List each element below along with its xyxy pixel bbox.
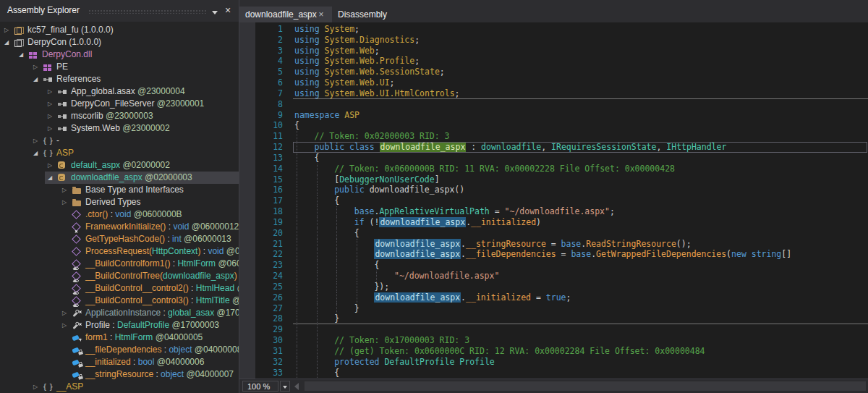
tree-row[interactable]: ▷{ }__ASP [0,381,239,393]
code-text: { [283,228,359,239]
tree-row[interactable]: ▷default_aspx @02000002 [0,159,239,172]
code-line[interactable]: 15[DebuggerNonUserCode] [255,174,868,185]
tree-row[interactable]: __initialized : bool @04000006 [0,356,239,368]
tree-row[interactable]: ▷Profile : DefaultProfile @17000003 [0,319,239,331]
code-line[interactable]: 33{ [255,368,868,379]
code-line[interactable]: 27} [255,303,868,314]
expander-expanded-icon[interactable]: ◢ [33,147,38,159]
expander-collapsed-icon[interactable]: ▷ [62,196,67,208]
tree-row[interactable]: ▷DerpyCon_FileServer @23000001 [0,98,239,110]
code-line[interactable]: 7using System.Web.UI.HtmlControls; [255,88,868,99]
expander-collapsed-icon[interactable]: ▷ [48,98,52,110]
code-line[interactable]: 28} [255,313,868,324]
tree-row[interactable]: ▷PE [0,61,239,73]
expander-expanded-icon[interactable]: ◢ [4,36,9,48]
tab-disassembly[interactable]: Disassembly [332,7,393,22]
scroll-left-arrow-icon[interactable] [294,383,299,390]
code-line[interactable]: 8 [255,99,868,110]
code-line[interactable]: 20{ [255,228,868,239]
code-line[interactable]: 16public downloadfile_aspx() [255,185,868,195]
tree-item-label: form1 : HtmlForm @04000005 [0,332,203,342]
tree-row[interactable]: GetTypeHashCode() : int @06000013 [0,233,239,245]
expander-collapsed-icon[interactable]: ▷ [33,61,38,73]
expander-collapsed-icon[interactable]: ▷ [62,184,67,196]
zoom-dropdown-icon[interactable] [280,381,290,392]
code-line[interactable]: 5using System.Web.SessionState; [255,67,868,77]
code-line[interactable]: 29 [255,324,868,335]
tree-row[interactable]: form1 : HtmlForm @04000005 [0,331,239,344]
code-line[interactable]: 31// (get) Token: 0x0600000C RID: 12 RVA… [255,346,868,357]
expander-collapsed-icon[interactable]: ▷ [33,135,38,147]
indent-guide [317,185,318,195]
code-line[interactable]: 10{ [255,120,868,131]
tab-close-icon[interactable]: × [316,7,326,22]
tab-downloadfile-aspx[interactable]: downloadfile_aspx × [239,7,332,22]
expander-collapsed-icon[interactable]: ▷ [4,24,9,36]
code-line[interactable]: 2using System.Diagnostics; [255,35,868,46]
expander-collapsed-icon[interactable]: ▷ [48,110,52,122]
code-line[interactable]: 3using System.Web; [255,46,868,56]
expander-expanded-icon[interactable]: ◢ [19,48,23,61]
tree-row[interactable]: ▷kc57_final_fu (1.0.0.0) [0,24,239,36]
tree-row[interactable]: __BuildControlTree(downloadfile_aspx) : [0,270,239,282]
tree-row[interactable]: FrameworkInitialize() : void @06000012 [0,221,239,233]
expander-collapsed-icon[interactable]: ▷ [48,159,52,172]
code-editor[interactable]: 1using System;2using System.Diagnostics;… [239,22,868,379]
code-line[interactable]: 6using System.Web.UI; [255,77,868,88]
tree-row[interactable]: __BuildControl__control2() : HtmlHead @ [0,282,239,295]
code-line[interactable]: 24"~/downloadfile.aspx" [255,271,868,282]
code-line[interactable]: 4using System.Web.Profile; [255,56,868,67]
tree-row[interactable]: ◢References [0,73,239,85]
code-line[interactable]: 25}); [255,282,868,292]
tree-row[interactable]: __BuildControl__control3() : HtmlTitle @ [0,295,239,307]
indent-guide [297,185,297,195]
tree-row[interactable]: ◢DerpyCon.dll [0,48,239,61]
expander-collapsed-icon[interactable]: ▷ [48,122,52,135]
horizontal-scrollbar-thumb[interactable] [305,381,866,391]
code-line[interactable]: 17{ [255,195,868,206]
tree-row[interactable]: .ctor() : void @0600000B [0,208,239,221]
tree-item-label: DerpyCon_FileServer @23000001 [0,98,204,109]
panel-menu-dropdown-icon[interactable] [210,7,220,17]
code-line[interactable]: 21downloadfile_aspx.__stringResource = b… [255,239,868,250]
zoom-level-combo[interactable]: 100 % [242,381,278,392]
symbol-highlight: downloadfile_aspx [379,217,466,227]
drag-grip-dots[interactable] [88,9,207,14]
tree-row[interactable]: ◢{ }ASP [0,147,239,159]
tree-row[interactable]: ▷Base Type and Interfaces [0,184,239,196]
tree-row[interactable]: __fileDependencies : object @04000008 [0,344,239,356]
code-line[interactable]: 30// Token: 0x17000003 RID: 3 [255,335,868,346]
expander-collapsed-icon[interactable]: ▷ [48,85,52,98]
tree-row[interactable]: ▷Derived Types [0,196,239,208]
tree-row[interactable]: __stringResource : object @04000007 [0,368,239,381]
breakpoint-gutter[interactable] [239,22,255,379]
close-panel-icon[interactable]: × [222,4,234,16]
tree-row[interactable]: ProcessRequest(HttpContext) : void @06 [0,245,239,258]
code-line[interactable]: 1using System; [255,24,868,35]
code-line[interactable]: 18base.AppRelativeVirtualPath = "~/downl… [255,206,868,217]
tree-row[interactable]: ▷ApplicationInstance : global_asax @1700 [0,307,239,319]
tree-row[interactable]: ◢downloadfile_aspx @02000003 [0,172,239,184]
tree-row[interactable]: __BuildControlform1() : HtmlForm @060 [0,258,239,270]
code-line[interactable]: 12public class downloadfile_aspx : downl… [255,142,868,153]
tree-row[interactable]: ▷App_global.asax @23000004 [0,85,239,98]
code-line[interactable]: 19if (!downloadfile_aspx.__initialized) [255,217,868,228]
code-line[interactable]: 11// Token: 0x02000003 RID: 3 [255,131,868,142]
expander-collapsed-icon[interactable]: ▷ [62,319,67,331]
tree-row[interactable]: ▷System.Web @23000002 [0,122,239,135]
code-line[interactable]: 26downloadfile_aspx.__initialized = true… [255,292,868,303]
expander-collapsed-icon[interactable]: ▷ [62,307,67,319]
expander-expanded-icon[interactable]: ◢ [33,73,38,85]
code-line[interactable]: 22downloadfile_aspx.__fileDependencies =… [255,249,868,260]
code-line[interactable]: 14// Token: 0x0600000B RID: 11 RVA: 0x00… [255,164,868,174]
expander-expanded-icon[interactable]: ◢ [48,172,52,184]
code-line[interactable]: 9namespace ASP [255,110,868,121]
expander-collapsed-icon[interactable]: ▷ [33,381,38,393]
indent-guide [317,249,318,260]
code-line[interactable]: 23{ [255,260,868,271]
code-line[interactable]: 13{ [255,153,868,164]
tree-row[interactable]: ▷mscorlib @23000003 [0,110,239,122]
code-line[interactable]: 32protected DefaultProfile Profile [255,357,868,368]
tree-row[interactable]: ◢DerpyCon (1.0.0.0) [0,36,239,48]
tree-row[interactable]: ▷{ }- [0,135,239,147]
